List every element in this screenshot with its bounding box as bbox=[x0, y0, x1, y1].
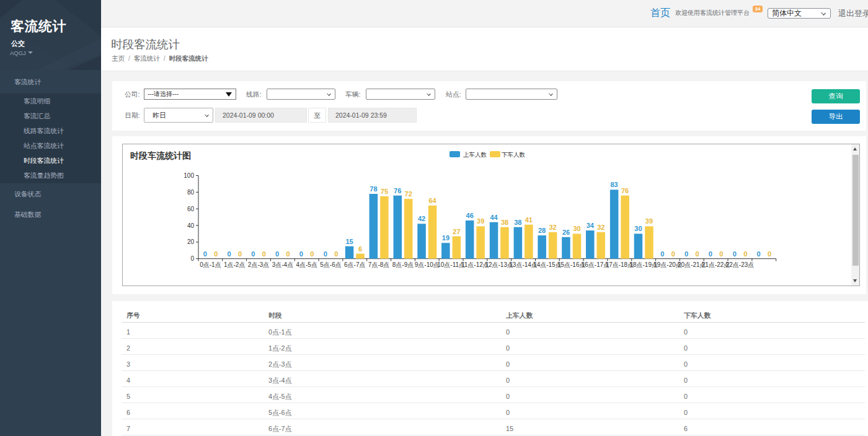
svg-text:0: 0 bbox=[733, 250, 737, 258]
svg-text:0: 0 bbox=[660, 250, 664, 258]
svg-text:78: 78 bbox=[370, 185, 377, 193]
svg-text:26: 26 bbox=[562, 229, 570, 236]
svg-text:0: 0 bbox=[286, 250, 290, 258]
svg-text:0: 0 bbox=[696, 250, 699, 258]
svg-text:30: 30 bbox=[634, 225, 642, 232]
svg-text:38: 38 bbox=[501, 219, 508, 226]
svg-text:1点-2点: 1点-2点 bbox=[224, 261, 245, 268]
svg-text:39: 39 bbox=[477, 217, 484, 225]
svg-text:下车人数: 下车人数 bbox=[502, 151, 526, 158]
svg-text:20: 20 bbox=[187, 238, 195, 245]
svg-text:60: 60 bbox=[187, 206, 195, 212]
svg-text:0: 0 bbox=[238, 250, 242, 258]
svg-text:0: 0 bbox=[227, 250, 231, 258]
svg-text:0: 0 bbox=[190, 255, 194, 262]
svg-text:80: 80 bbox=[187, 189, 195, 196]
svg-text:0: 0 bbox=[324, 250, 327, 258]
svg-text:2点-3点: 2点-3点 bbox=[248, 261, 269, 268]
svg-text:9点-10点: 9点-10点 bbox=[415, 261, 440, 268]
svg-text:28: 28 bbox=[538, 227, 546, 234]
svg-text:0: 0 bbox=[262, 250, 266, 258]
svg-text:6点-7点: 6点-7点 bbox=[344, 261, 365, 268]
svg-text:19: 19 bbox=[442, 234, 450, 242]
svg-text:22点-23点: 22点-23点 bbox=[726, 261, 755, 268]
svg-text:0: 0 bbox=[251, 250, 255, 258]
svg-text:0: 0 bbox=[275, 250, 279, 258]
svg-text:64: 64 bbox=[428, 197, 436, 204]
svg-text:38: 38 bbox=[514, 219, 521, 226]
svg-text:75: 75 bbox=[381, 188, 388, 195]
svg-text:0: 0 bbox=[709, 250, 712, 258]
svg-text:30: 30 bbox=[573, 225, 580, 232]
svg-text:83: 83 bbox=[610, 181, 618, 188]
svg-text:5点-6点: 5点-6点 bbox=[320, 261, 341, 268]
svg-text:0: 0 bbox=[768, 250, 771, 258]
svg-text:34: 34 bbox=[587, 222, 595, 229]
svg-text:0点-1点: 0点-1点 bbox=[200, 261, 221, 268]
svg-text:4点-5点: 4点-5点 bbox=[296, 261, 317, 268]
svg-text:44: 44 bbox=[490, 214, 498, 221]
svg-text:0: 0 bbox=[203, 250, 207, 258]
svg-text:0: 0 bbox=[743, 250, 747, 258]
svg-text:72: 72 bbox=[405, 190, 412, 198]
svg-text:41: 41 bbox=[525, 216, 533, 224]
svg-text:100: 100 bbox=[184, 172, 194, 179]
svg-text:0: 0 bbox=[214, 250, 218, 258]
svg-text:7点-8点: 7点-8点 bbox=[368, 261, 389, 268]
svg-text:40: 40 bbox=[187, 222, 195, 229]
svg-text:上车人数: 上车人数 bbox=[463, 151, 487, 158]
svg-text:0: 0 bbox=[671, 250, 675, 258]
svg-text:3点-4点: 3点-4点 bbox=[272, 261, 293, 268]
svg-text:39: 39 bbox=[645, 217, 653, 225]
svg-text:时段车流统计图: 时段车流统计图 bbox=[130, 150, 191, 160]
svg-text:0: 0 bbox=[310, 250, 314, 258]
svg-text:15: 15 bbox=[345, 238, 353, 245]
svg-text:32: 32 bbox=[597, 224, 604, 231]
svg-text:0: 0 bbox=[334, 250, 338, 258]
svg-text:0: 0 bbox=[719, 250, 723, 258]
svg-text:0: 0 bbox=[756, 250, 760, 258]
svg-text:0: 0 bbox=[299, 250, 303, 258]
svg-text:32: 32 bbox=[549, 224, 556, 231]
svg-text:0: 0 bbox=[684, 250, 688, 258]
svg-text:76: 76 bbox=[394, 187, 401, 194]
svg-text:42: 42 bbox=[418, 215, 425, 222]
svg-text:76: 76 bbox=[621, 187, 629, 194]
svg-text:46: 46 bbox=[466, 212, 474, 219]
svg-text:27: 27 bbox=[453, 228, 460, 235]
svg-text:8点-9点: 8点-9点 bbox=[392, 261, 414, 268]
svg-text:6: 6 bbox=[358, 245, 362, 253]
